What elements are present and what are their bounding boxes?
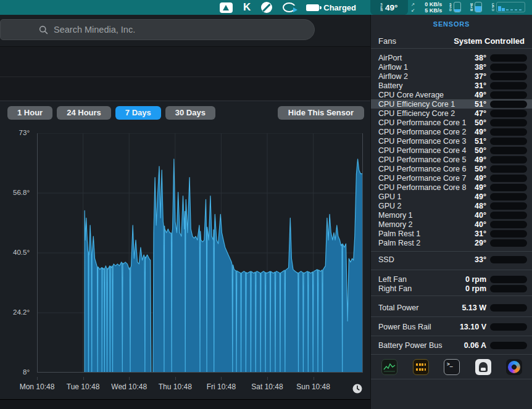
menubar-cpu-widget[interactable]: C P U xyxy=(492,2,525,12)
sensor-label: Total Power xyxy=(378,304,418,312)
sensor-bar xyxy=(490,73,527,80)
history-clock-icon[interactable] xyxy=(352,384,362,394)
sensor-value: 33° xyxy=(475,255,486,264)
sensors-dropdown-panel: SENSORS Fans System Controlled AirPort38… xyxy=(370,15,532,409)
range-button-24-hours[interactable]: 24 Hours xyxy=(57,106,111,120)
x-tick-mark xyxy=(221,377,222,380)
gauge-app-icon[interactable] xyxy=(506,359,522,375)
sensor-bar xyxy=(490,304,527,312)
x-tick-mark xyxy=(83,377,84,380)
sensor-value: 49° xyxy=(475,128,486,136)
sensor-value: 47° xyxy=(475,109,486,118)
sensor-row-cpu-performance-core-5[interactable]: CPU Performance Core 549° xyxy=(371,155,532,164)
sensor-row-memory-1[interactable]: Memory 140° xyxy=(371,210,532,220)
sensor-row-gpu-2[interactable]: GPU 248° xyxy=(371,201,532,210)
sensor-row-cpu-core-average[interactable]: CPU Core Average49° xyxy=(371,90,532,99)
sensor-row-left-fan[interactable]: Left Fan0 rpm xyxy=(371,275,532,284)
sensor-row-cpu-performance-core-3[interactable]: CPU Performance Core 351° xyxy=(371,136,532,146)
battery-menu-item[interactable]: Charged xyxy=(306,3,356,12)
search-placeholder: Search Minedia, Inc. xyxy=(54,25,135,35)
sensor-value: 49° xyxy=(475,174,486,183)
menu-bar: K Charged S E N 49° ↗↙ 0 KB/s 5 KB/s S S… xyxy=(0,0,532,15)
x-tick-label: Sat 10:48 xyxy=(251,382,283,391)
sensor-label: Airflow 2 xyxy=(378,72,408,81)
sensor-row-cpu-performance-core-6[interactable]: CPU Performance Core 650° xyxy=(371,164,532,173)
range-button-1-hour[interactable]: 1 Hour xyxy=(7,106,52,120)
sensor-row-memory-2[interactable]: Memory 240° xyxy=(371,220,532,229)
search-input[interactable]: Search Minedia, Inc. xyxy=(0,19,315,40)
sensor-row-cpu-performance-core-1[interactable]: CPU Performance Core 150° xyxy=(371,118,532,127)
sensor-row-cpu-efficiency-core-1[interactable]: CPU Efficiency Core 151° xyxy=(371,99,532,109)
x-tick-label: Mon 10:48 xyxy=(20,382,55,391)
sensor-row-airport[interactable]: AirPort38° xyxy=(371,53,532,62)
sensor-bar xyxy=(490,175,527,182)
sensor-label: Airflow 1 xyxy=(378,63,408,72)
sensor-label: Palm Rest 2 xyxy=(378,239,420,247)
sensor-row-battery[interactable]: Battery31° xyxy=(371,81,532,90)
sensor-row-cpu-performance-core-8[interactable]: CPU Performance Core 849° xyxy=(371,183,532,192)
triangle-app-icon[interactable] xyxy=(220,2,233,13)
sensor-row-ssd[interactable]: SSD33° xyxy=(371,255,532,264)
sensor-bar xyxy=(490,184,527,191)
sensor-history-chart-panel: 1 Hour24 Hours7 Days30 Days Hide This Se… xyxy=(0,101,370,399)
fans-value: System Controlled xyxy=(454,36,525,46)
sensor-row-cpu-efficiency-core-2[interactable]: CPU Efficiency Core 247° xyxy=(371,109,532,118)
orange-text-widget-icon[interactable] xyxy=(413,359,429,375)
sensor-label: Palm Rest 1 xyxy=(378,229,420,238)
menubar-ssd-widget[interactable]: S S D xyxy=(449,2,461,12)
sensor-bar xyxy=(490,91,527,99)
sensor-row-power-bus-rail[interactable]: Power Bus Rail13.10 V xyxy=(371,322,532,331)
sensor-row-palm-rest-2[interactable]: Palm Rest 229° xyxy=(371,238,532,247)
search-icon xyxy=(39,25,48,35)
sensor-row-airflow-2[interactable]: Airflow 237° xyxy=(371,72,532,81)
menubar-sensors-item[interactable]: S E N 49° xyxy=(370,0,408,15)
bottom-strip xyxy=(0,399,370,409)
time-range-buttons: 1 Hour24 Hours7 Days30 Days xyxy=(7,106,215,120)
fan-speed-section: Left Fan0 rpmRight Fan0 rpm xyxy=(371,270,532,295)
y-tick-label: 73° xyxy=(0,129,30,136)
sensor-label: AirPort xyxy=(378,54,402,62)
sensor-row-cpu-performance-core-7[interactable]: CPU Performance Core 749° xyxy=(371,173,532,183)
sensor-label: GPU 2 xyxy=(378,202,402,210)
photo-booth-app-icon[interactable] xyxy=(475,359,491,375)
download-speed: 5 KB/s xyxy=(425,7,442,14)
temperature-area-chart[interactable] xyxy=(37,133,363,373)
sensor-value: 49° xyxy=(475,192,486,201)
cpu-stack-label: C P U xyxy=(492,3,494,12)
graph-app-icon[interactable] xyxy=(381,359,397,375)
screen: K Charged S E N 49° ↗↙ 0 KB/s 5 KB/s S S… xyxy=(0,0,532,409)
sensor-row-battery-power-bus[interactable]: Battery Power Bus0.06 A xyxy=(371,341,532,350)
ssd-usage-bar xyxy=(454,2,461,12)
sensor-row-total-power[interactable]: Total Power5.13 W xyxy=(371,303,532,312)
creative-cloud-icon[interactable] xyxy=(283,2,296,12)
sensor-value: 50° xyxy=(475,118,486,127)
k-logo-icon[interactable]: K xyxy=(243,1,251,14)
y-tick-label: 8° xyxy=(0,368,30,376)
hide-this-sensor-button[interactable]: Hide This Sensor xyxy=(278,106,364,120)
sensor-row-airflow-1[interactable]: Airflow 138° xyxy=(371,62,532,72)
sensor-label: CPU Performance Core 8 xyxy=(378,183,466,192)
menubar-network-widget[interactable]: ↗↙ 0 KB/s 5 KB/s xyxy=(411,2,442,14)
no-entry-icon[interactable] xyxy=(261,2,272,13)
sensor-value: 48° xyxy=(475,202,486,210)
sensor-value: 40° xyxy=(475,211,486,220)
sensor-value: 0.06 A xyxy=(464,341,486,350)
sensor-bar xyxy=(490,342,527,349)
sensor-bar xyxy=(490,193,527,200)
sensor-row-gpu-1[interactable]: GPU 149° xyxy=(371,192,532,201)
menubar-memory-widget[interactable]: M E M xyxy=(470,2,482,12)
sensor-bar xyxy=(490,101,527,108)
range-button-30-days[interactable]: 30 Days xyxy=(165,106,215,120)
sensor-label: Memory 2 xyxy=(378,220,413,229)
x-tick-label: Fri 10:48 xyxy=(207,382,236,391)
menubar-left-icons: K Charged xyxy=(220,0,356,15)
terminal-app-icon[interactable]: >_ xyxy=(444,359,460,375)
sensor-row-right-fan[interactable]: Right Fan0 rpm xyxy=(371,284,532,293)
sensor-row-palm-rest-1[interactable]: Palm Rest 131° xyxy=(371,229,532,238)
fans-row[interactable]: Fans System Controlled xyxy=(371,33,532,48)
sensor-row-cpu-performance-core-2[interactable]: CPU Performance Core 249° xyxy=(371,127,532,136)
sensor-bar xyxy=(490,128,527,136)
sensor-row-cpu-performance-core-4[interactable]: CPU Performance Core 450° xyxy=(371,146,532,155)
range-button-7-days[interactable]: 7 Days xyxy=(115,106,161,120)
sensor-bar xyxy=(490,239,527,247)
